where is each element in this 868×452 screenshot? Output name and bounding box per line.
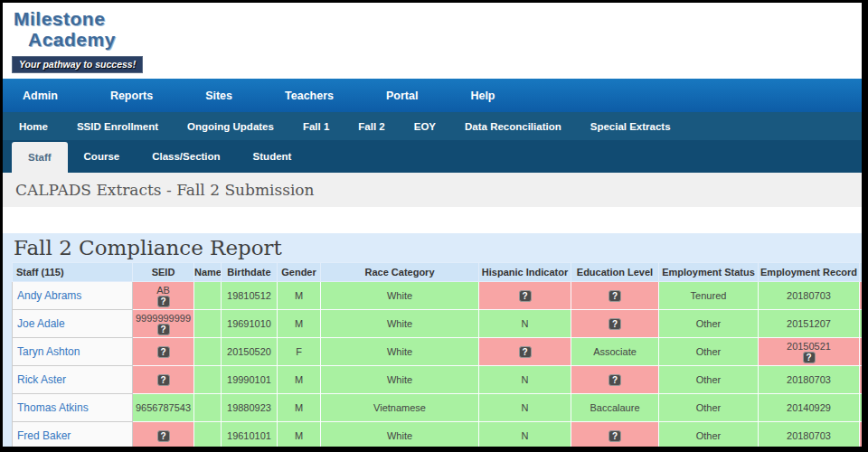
spacer (3, 207, 862, 233)
nav-item-reports[interactable]: Reports (110, 89, 153, 102)
table-row: Taryn Ashton?20150520FWhite?AssociateOth… (13, 338, 866, 366)
subnav-item-fall-2[interactable]: Fall 2 (358, 121, 384, 132)
table-row: Fred Baker?19610101MWhiteN?Other20180703 (13, 422, 866, 450)
cell-race-category: White (321, 366, 479, 394)
table-row: Rick Aster?19990101MWhiteN?Other20180703 (13, 366, 866, 394)
cutoff-column-cell (860, 310, 866, 338)
question-icon[interactable]: ? (519, 346, 532, 358)
nav-item-sites[interactable]: Sites (205, 89, 232, 102)
cell-value: M (278, 290, 320, 301)
column-header: Staff (115) (13, 263, 133, 282)
cell-value: 19610101 (222, 430, 277, 441)
staff-name-cell: Rick Aster (13, 366, 133, 394)
cell-hispanic-indicator: ? (479, 338, 571, 366)
cell-employment-record: 20180703 (759, 422, 860, 450)
compliance-table: Staff (115)SEIDNameBirthdateGenderRace C… (12, 262, 866, 450)
cell-race-category: White (321, 282, 479, 310)
question-icon[interactable]: ? (609, 374, 621, 386)
cutoff-column-cell (860, 422, 866, 450)
staff-name-link[interactable]: Fred Baker (17, 429, 71, 442)
cell-race-category: Vietnamese (321, 394, 479, 422)
tab-staff[interactable]: Staff (12, 142, 68, 173)
cell-education-level: Associate (571, 338, 659, 366)
cell-value: Tenured (659, 290, 758, 301)
subnav-item-eoy[interactable]: EOY (414, 121, 436, 132)
column-header: SEID (133, 263, 194, 282)
cell-value: 19810512 (222, 290, 277, 301)
cell-value: 20140929 (759, 402, 859, 413)
staff-name-cell: Andy Abrams (13, 282, 133, 310)
cell-value: Other (659, 374, 758, 385)
cell-employment-status: Other (659, 310, 759, 338)
cell-value: 20150520 (222, 346, 277, 357)
tab-student[interactable]: Student (237, 140, 308, 173)
cell-seid: ? (133, 422, 194, 450)
question-icon[interactable]: ? (157, 374, 170, 386)
cell-seid: AB? (133, 282, 194, 310)
cell-value: White (321, 430, 478, 441)
subnav-item-ssid-enrollment[interactable]: SSID Enrollment (77, 121, 158, 132)
subnav-item-fall-1[interactable]: Fall 1 (303, 121, 329, 132)
subnav-item-special-extracts[interactable]: Special Extracts (590, 121, 671, 132)
report-table-body: Andy AbramsAB?19810512MWhite??Tenured201… (13, 282, 866, 450)
staff-name-link[interactable]: Rick Aster (17, 373, 66, 386)
table-header-row: Staff (115)SEIDNameBirthdateGenderRace C… (13, 263, 866, 282)
staff-name-cell: Thomas Atkins (13, 394, 133, 422)
cell-hispanic-indicator: N (479, 394, 571, 422)
nav-item-teachers[interactable]: Teachers (285, 89, 334, 102)
cell-name (194, 310, 222, 338)
main-nav: Admin Reports Sites Teachers Portal Help (3, 79, 862, 112)
question-icon[interactable]: ? (157, 324, 170, 335)
cell-employment-record: 20180703 (759, 366, 860, 394)
milestone-academy-logo[interactable]: Milestone Academy (14, 8, 116, 50)
app-header: Milestone Academy Your pathway to succes… (3, 3, 862, 79)
cell-seid: 9656787543 (133, 394, 194, 422)
report-heading: Fall 2 Compliance Report (3, 233, 862, 262)
question-icon[interactable]: ? (157, 346, 170, 358)
cell-education-level: ? (571, 422, 659, 450)
cell-value: N (479, 430, 571, 441)
cell-employment-record: 20151207 (759, 310, 860, 338)
cell-gender: M (278, 366, 321, 394)
cell-value: Other (659, 346, 758, 357)
staff-name-link[interactable]: Taryn Ashton (17, 345, 80, 358)
column-header: Employment Status (659, 263, 759, 282)
subnav-item-home[interactable]: Home (19, 121, 48, 132)
cutoff-column-cell (860, 282, 866, 310)
table-row: Joe Adale9999999999?19691010MWhiteN?Othe… (13, 310, 866, 338)
tab-course[interactable]: Course (68, 140, 137, 173)
cell-value: White (321, 374, 478, 385)
nav-item-portal[interactable]: Portal (386, 89, 418, 102)
cell-value: 19691010 (222, 318, 277, 329)
question-icon[interactable]: ? (609, 318, 621, 330)
staff-name-cell: Joe Adale (13, 310, 133, 338)
cell-value: White (321, 290, 478, 301)
subnav-item-data-reconciliation[interactable]: Data Reconciliation (465, 121, 561, 132)
cell-employment-status: Other (659, 338, 759, 366)
cell-birthdate: 19990101 (222, 366, 278, 394)
cell-employment-record: 20150521? (759, 338, 860, 366)
cell-value: N (479, 402, 571, 413)
table-row: Andy AbramsAB?19810512MWhite??Tenured201… (13, 282, 866, 310)
cell-education-level: ? (571, 366, 659, 394)
nav-item-admin[interactable]: Admin (23, 89, 58, 102)
question-icon[interactable]: ? (157, 296, 170, 307)
staff-name-link[interactable]: Joe Adale (17, 317, 65, 330)
nav-item-help[interactable]: Help (470, 89, 495, 102)
cell-hispanic-indicator: ? (479, 282, 571, 310)
cell-employment-status: Tenured (659, 282, 759, 310)
question-icon[interactable]: ? (609, 290, 621, 302)
cell-seid: ? (133, 366, 194, 394)
cell-value: 19880923 (222, 402, 277, 413)
subnav-item-ongoing-updates[interactable]: Ongoing Updates (187, 121, 274, 132)
staff-name-cell: Fred Baker (13, 422, 133, 450)
question-icon[interactable]: ? (519, 290, 532, 302)
tab-class-section[interactable]: Class/Section (136, 140, 236, 173)
cell-race-category: White (321, 422, 479, 450)
staff-name-link[interactable]: Thomas Atkins (17, 401, 89, 414)
question-icon[interactable]: ? (609, 430, 621, 442)
cell-name (194, 394, 222, 422)
question-icon[interactable]: ? (803, 352, 816, 363)
question-icon[interactable]: ? (157, 430, 170, 442)
staff-name-link[interactable]: Andy Abrams (17, 289, 81, 302)
